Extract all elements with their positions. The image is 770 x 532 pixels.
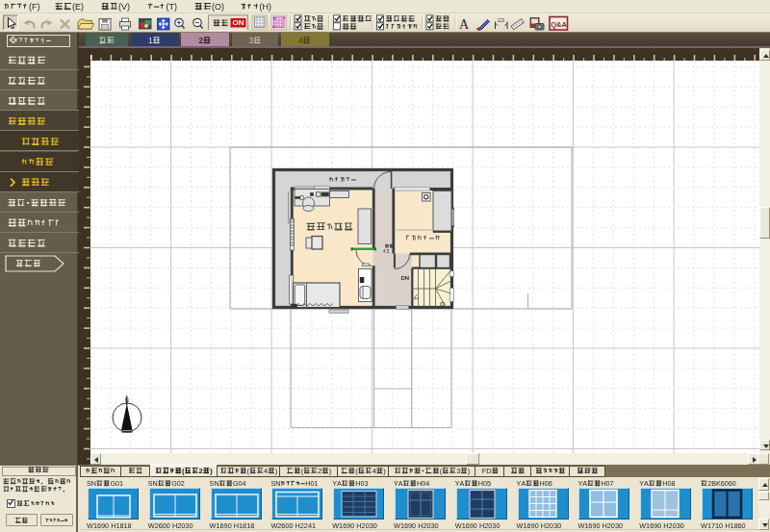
svg-text:A: A <box>459 17 470 32</box>
svg-text:123: 123 <box>498 18 505 23</box>
